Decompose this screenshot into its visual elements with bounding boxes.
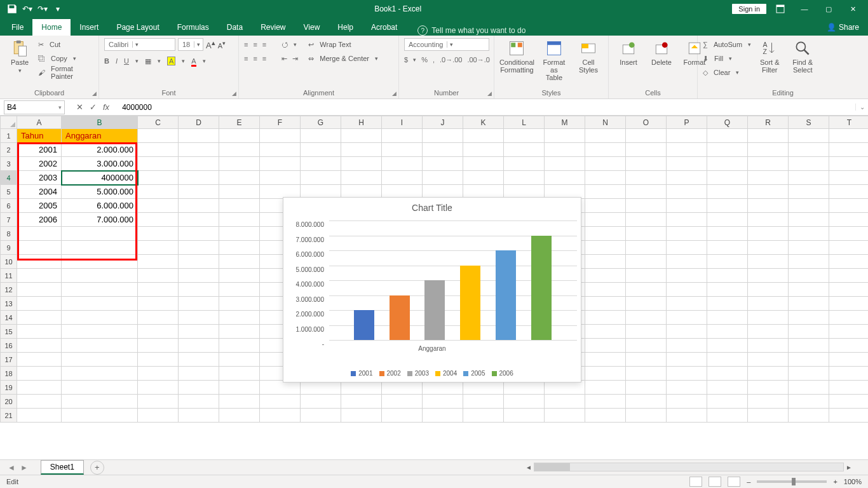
col-header-R[interactable]: R xyxy=(748,116,789,129)
cell-D1[interactable] xyxy=(179,129,219,143)
cell-D10[interactable] xyxy=(179,255,219,269)
legend-item-2005[interactable]: 2005 xyxy=(463,370,485,377)
row-header-13[interactable]: 13 xyxy=(1,297,17,311)
cell-O16[interactable] xyxy=(626,339,667,353)
cell-P10[interactable] xyxy=(667,255,707,269)
cell-D11[interactable] xyxy=(179,269,219,283)
cell-R19[interactable] xyxy=(748,381,789,395)
format-as-table-button[interactable]: Format as Table xyxy=(538,38,570,83)
cell-C10[interactable] xyxy=(138,255,179,269)
cell-D13[interactable] xyxy=(179,297,219,311)
cell-H21[interactable] xyxy=(341,409,382,423)
row-header-4[interactable]: 4 xyxy=(1,171,17,185)
scroll-right-icon[interactable]: ► xyxy=(844,464,854,471)
cell-J4[interactable] xyxy=(423,171,463,185)
cell-A17[interactable] xyxy=(17,353,62,367)
tab-page-layout[interactable]: Page Layout xyxy=(107,19,168,36)
cell-C19[interactable] xyxy=(138,381,179,395)
cell-E2[interactable] xyxy=(219,143,260,157)
cell-D15[interactable] xyxy=(179,325,219,339)
accounting-format-icon[interactable]: $ xyxy=(404,56,408,64)
col-header-A[interactable]: A xyxy=(17,116,62,129)
cell-Q17[interactable] xyxy=(707,353,748,367)
delete-cells-button[interactable]: Delete xyxy=(647,38,676,67)
cell-T6[interactable] xyxy=(829,199,869,213)
cell-Q10[interactable] xyxy=(707,255,748,269)
chart-bar-2002[interactable] xyxy=(390,295,410,341)
cell-C12[interactable] xyxy=(138,283,179,297)
cell-N19[interactable] xyxy=(585,381,626,395)
row-header-10[interactable]: 10 xyxy=(1,255,17,269)
cell-M3[interactable] xyxy=(545,157,585,171)
cell-Q5[interactable] xyxy=(707,185,748,199)
col-header-O[interactable]: O xyxy=(626,116,667,129)
cell-O21[interactable] xyxy=(626,409,667,423)
cell-C21[interactable] xyxy=(138,409,179,423)
row-header-17[interactable]: 17 xyxy=(1,353,17,367)
sheet-nav-next-icon[interactable]: ► xyxy=(20,463,28,472)
cell-E5[interactable] xyxy=(219,185,260,199)
zoom-level[interactable]: 100% xyxy=(844,478,862,485)
cell-N15[interactable] xyxy=(585,325,626,339)
tab-insert[interactable]: Insert xyxy=(71,19,107,36)
cell-D6[interactable] xyxy=(179,199,219,213)
cell-B1[interactable]: Anggaran xyxy=(62,129,138,143)
tab-help[interactable]: Help xyxy=(329,19,362,36)
cell-O7[interactable] xyxy=(626,213,667,227)
cell-S17[interactable] xyxy=(789,353,829,367)
row-header-9[interactable]: 9 xyxy=(1,241,17,255)
cell-F20[interactable] xyxy=(260,395,301,409)
cell-R9[interactable] xyxy=(748,241,789,255)
align-right-icon[interactable]: ≡ xyxy=(262,55,266,62)
cell-N4[interactable] xyxy=(585,171,626,185)
cell-J3[interactable] xyxy=(423,157,463,171)
align-center-icon[interactable]: ≡ xyxy=(253,55,257,62)
col-header-S[interactable]: S xyxy=(789,116,829,129)
chart-bar-2004[interactable] xyxy=(460,266,480,341)
cell-E13[interactable] xyxy=(219,297,260,311)
cell-A7[interactable]: 2006 xyxy=(17,213,62,227)
cell-R7[interactable] xyxy=(748,213,789,227)
tab-review[interactable]: Review xyxy=(252,19,294,36)
row-header-12[interactable]: 12 xyxy=(1,283,17,297)
cell-M1[interactable] xyxy=(545,129,585,143)
font-name-combo[interactable]: Calibri▾ xyxy=(104,38,175,51)
cell-P19[interactable] xyxy=(667,381,707,395)
chart-bar-2006[interactable] xyxy=(531,236,552,341)
cell-C20[interactable] xyxy=(138,395,179,409)
cell-L21[interactable] xyxy=(504,409,545,423)
cell-T20[interactable] xyxy=(829,395,869,409)
cell-F21[interactable] xyxy=(260,409,301,423)
cell-I4[interactable] xyxy=(382,171,423,185)
cell-H1[interactable] xyxy=(341,129,382,143)
cell-G2[interactable] xyxy=(301,143,341,157)
conditional-formatting-button[interactable]: Conditional Formatting xyxy=(499,38,534,75)
cell-E17[interactable] xyxy=(219,353,260,367)
cell-P1[interactable] xyxy=(667,129,707,143)
cell-A10[interactable] xyxy=(17,255,62,269)
cell-L3[interactable] xyxy=(504,157,545,171)
col-header-D[interactable]: D xyxy=(179,116,219,129)
cell-B21[interactable] xyxy=(62,409,138,423)
cell-N8[interactable] xyxy=(585,227,626,241)
cell-O18[interactable] xyxy=(626,367,667,381)
new-sheet-button[interactable]: + xyxy=(90,461,104,475)
col-header-C[interactable]: C xyxy=(138,116,179,129)
shrink-font-icon[interactable]: A▾ xyxy=(218,39,226,50)
cell-styles-button[interactable]: Cell Styles xyxy=(574,38,603,75)
cell-B3[interactable]: 3.000.000 xyxy=(62,157,138,171)
cell-Q16[interactable] xyxy=(707,339,748,353)
cell-C15[interactable] xyxy=(138,325,179,339)
cell-Q7[interactable] xyxy=(707,213,748,227)
row-header-21[interactable]: 21 xyxy=(1,409,17,423)
autosum-button[interactable]: ∑ AutoSum ▾ xyxy=(703,38,751,51)
cell-P8[interactable] xyxy=(667,227,707,241)
comma-format-icon[interactable]: , xyxy=(433,56,435,64)
cell-S18[interactable] xyxy=(789,367,829,381)
cell-B6[interactable]: 6.000.000 xyxy=(62,199,138,213)
maximize-icon[interactable]: ▢ xyxy=(818,0,839,18)
cell-F1[interactable] xyxy=(260,129,301,143)
chart-title[interactable]: Chart Title xyxy=(283,198,581,213)
qat-customize-icon[interactable]: ▾ xyxy=(52,3,64,15)
cell-R15[interactable] xyxy=(748,325,789,339)
